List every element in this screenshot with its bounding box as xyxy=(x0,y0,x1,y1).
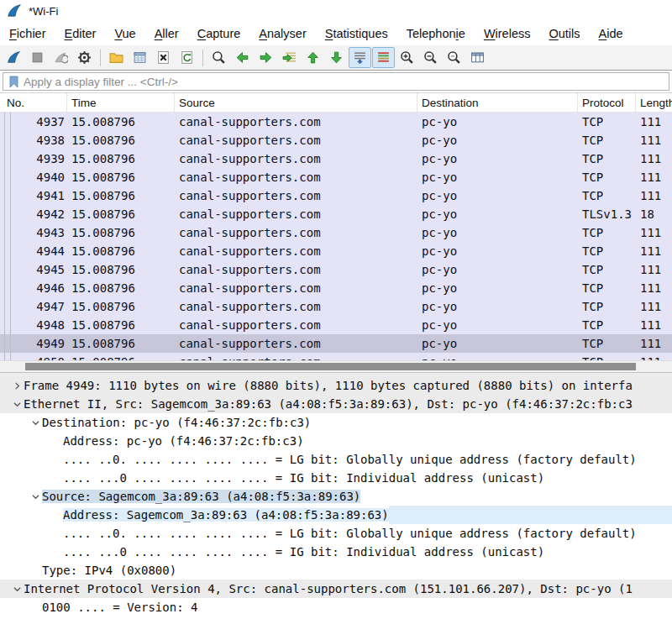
detail-row[interactable]: .... ..0. .... .... .... .... = LG bit: … xyxy=(0,450,672,469)
detail-row[interactable]: Source: Sagemcom_3a:89:63 (a4:08:f5:3a:8… xyxy=(0,487,672,506)
detail-text: 0100 .... = Version: 4 xyxy=(42,601,197,614)
detail-row[interactable]: .... ...0 .... .... .... .... = IG bit: … xyxy=(0,543,672,561)
stop-capture-button[interactable] xyxy=(26,47,49,68)
detail-row-fill xyxy=(176,561,672,580)
menu-wireless[interactable]: Wireless xyxy=(475,24,540,44)
packet-row[interactable]: 494115.008796canal-supporters.compc-yoTC… xyxy=(0,186,672,205)
horizontal-scrollbar-thumb[interactable] xyxy=(25,363,636,370)
start-capture-button[interactable] xyxy=(3,47,25,68)
detail-row-fill xyxy=(389,506,672,524)
go-previous-packet-button[interactable] xyxy=(231,47,254,68)
detail-row[interactable]: Frame 4949: 1110 bytes on wire (8880 bit… xyxy=(0,376,672,395)
packet-cell-time: 15.008796 xyxy=(67,300,175,313)
detail-row[interactable]: Ethernet II, Src: Sagemcom_3a:89:63 (a4:… xyxy=(0,395,672,413)
packet-row[interactable]: 493915.008796canal-supporters.compc-yoTC… xyxy=(0,150,672,168)
display-filter-input[interactable] xyxy=(24,76,669,88)
packet-row[interactable]: 494015.008796canal-supporters.compc-yoTC… xyxy=(0,168,672,186)
chevron-down-icon[interactable] xyxy=(10,401,24,408)
packet-cell-source: canal-supporters.com xyxy=(175,244,417,258)
packet-cell-length: 111 xyxy=(636,115,672,129)
chevron-down-icon[interactable] xyxy=(10,585,24,593)
menu-editer[interactable]: Editer xyxy=(55,24,106,44)
detail-row[interactable]: 0100 .... = Version: 4 xyxy=(0,598,672,616)
filter-bookmark-icon[interactable] xyxy=(3,73,24,90)
packet-row[interactable]: 494615.008796canal-supporters.compc-yoTC… xyxy=(0,279,672,297)
menu-vue[interactable]: Vue xyxy=(105,24,144,44)
wireshark-logo-icon xyxy=(7,3,22,18)
packet-cell-source: canal-supporters.com xyxy=(175,300,417,313)
packet-details-pane[interactable]: Frame 4949: 1110 bytes on wire (8880 bit… xyxy=(0,376,672,616)
menu-statistiques[interactable]: Statistiques xyxy=(316,24,397,44)
resize-columns-button[interactable] xyxy=(466,47,489,68)
reload-file-button[interactable] xyxy=(176,47,198,68)
go-last-packet-button[interactable] xyxy=(325,47,348,68)
packet-row[interactable]: 494415.008796canal-supporters.compc-yoTC… xyxy=(0,242,672,260)
packet-cell-length: 111 xyxy=(636,152,672,165)
go-to-packet-button[interactable] xyxy=(278,47,301,68)
menu-outils[interactable]: Outils xyxy=(539,24,589,44)
packet-row[interactable]: 493815.008796canal-supporters.compc-yoTC… xyxy=(0,131,672,150)
capture-options-button[interactable] xyxy=(73,47,96,68)
chevron-down-icon[interactable] xyxy=(29,419,42,427)
menu-aide[interactable]: Aide xyxy=(590,24,633,44)
packet-cell-dest: pc-yo xyxy=(417,189,578,202)
detail-row[interactable]: Internet Protocol Version 4, Src: canal-… xyxy=(0,580,672,598)
colorize-packets-button[interactable] xyxy=(372,47,395,68)
packet-cell-time: 15.008796 xyxy=(67,134,175,147)
detail-row-fill xyxy=(633,376,672,395)
chevron-right-icon[interactable] xyxy=(10,382,24,390)
packet-row[interactable]: 494315.008796canal-supporters.compc-yoTC… xyxy=(0,223,672,242)
menu-telephonie[interactable]: Telephonie xyxy=(397,24,475,44)
go-next-packet-button[interactable] xyxy=(255,47,277,68)
column-header-length[interactable]: Length xyxy=(636,93,672,112)
detail-row[interactable]: Type: IPv4 (0x0800) xyxy=(0,561,672,580)
column-header-no[interactable]: No. xyxy=(0,93,67,112)
packet-row[interactable]: 494815.008796canal-supporters.compc-yoTC… xyxy=(0,316,672,334)
packet-row[interactable]: 494715.008796canal-supporters.compc-yoTC… xyxy=(0,297,672,316)
zoom-reset-button[interactable] xyxy=(443,47,465,68)
zoom-in-button[interactable] xyxy=(396,47,418,68)
column-header-protocol[interactable]: Protocol xyxy=(578,93,636,112)
detail-text: Type: IPv4 (0x0800) xyxy=(42,564,176,577)
menu-aller[interactable]: Aller xyxy=(145,24,188,44)
column-header-time[interactable]: Time xyxy=(67,93,175,112)
zoom-out-button[interactable] xyxy=(419,47,442,68)
menu-fichier[interactable]: Fichier xyxy=(0,24,55,44)
filter-toolbar xyxy=(0,71,672,93)
save-file-button[interactable] xyxy=(129,47,151,68)
detail-row[interactable]: Destination: pc-yo (f4:46:37:2c:fb:c3) xyxy=(0,413,672,432)
packet-cell-time: 15.008796 xyxy=(67,244,175,258)
packet-row[interactable]: 495015.008796canal-supporters.compc-yoTC… xyxy=(0,353,672,360)
packet-row[interactable]: 494215.008796canal-supporters.compc-yoTL… xyxy=(0,205,672,223)
go-first-packet-button[interactable] xyxy=(302,47,324,68)
detail-text: Address: Sagemcom_3a:89:63 (a4:08:f5:3a:… xyxy=(63,508,389,522)
packet-cell-time: 15.008796 xyxy=(67,318,175,332)
column-header-destination[interactable]: Destination xyxy=(417,93,578,112)
auto-scroll-button[interactable] xyxy=(349,47,371,68)
packet-cell-source: canal-supporters.com xyxy=(175,226,417,239)
detail-row[interactable]: .... ..0. .... .... .... .... = LG bit: … xyxy=(0,524,672,543)
detail-row-fill xyxy=(360,487,672,506)
column-header-source[interactable]: Source xyxy=(175,93,417,112)
menu-capture[interactable]: Capture xyxy=(188,24,250,44)
menu-analyser[interactable]: Analyser xyxy=(249,24,315,44)
close-file-icon xyxy=(156,50,171,65)
packet-row[interactable]: 494515.008796canal-supporters.compc-yoTC… xyxy=(0,260,672,279)
detail-row[interactable]: Address: pc-yo (f4:46:37:2c:fb:c3) xyxy=(0,432,672,450)
packet-list[interactable]: 493715.008796canal-supporters.compc-yoTC… xyxy=(0,113,672,360)
detail-row[interactable]: .... ...0 .... .... .... .... = IG bit: … xyxy=(0,469,672,487)
chevron-down-icon[interactable] xyxy=(29,493,42,501)
packet-row-selected[interactable]: 494915.008796canal-supporters.compc-yoTC… xyxy=(0,334,672,353)
open-file-button[interactable] xyxy=(105,47,128,68)
stop-capture-icon xyxy=(30,50,45,65)
packet-cell-dest: pc-yo xyxy=(417,300,578,313)
find-packet-button[interactable] xyxy=(207,47,230,68)
capture-options-icon xyxy=(77,50,92,65)
packet-row[interactable]: 493715.008796canal-supporters.compc-yoTC… xyxy=(0,113,672,131)
restart-capture-button[interactable] xyxy=(50,47,72,68)
display-filter-box[interactable] xyxy=(3,72,669,91)
detail-row[interactable]: Address: Sagemcom_3a:89:63 (a4:08:f5:3a:… xyxy=(0,506,672,524)
zoom-in-icon xyxy=(400,50,414,65)
horizontal-scrollbar[interactable] xyxy=(0,360,672,372)
close-file-button[interactable] xyxy=(152,47,175,68)
